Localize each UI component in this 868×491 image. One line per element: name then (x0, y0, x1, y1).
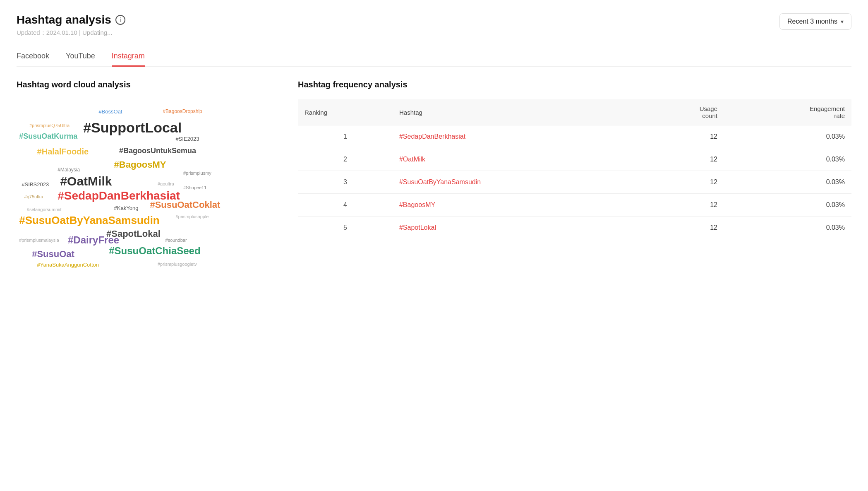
cell-engagement-rate: 0.03% (724, 194, 851, 217)
cloud-word: #prismplusmalaysia (19, 238, 59, 243)
col-hashtag: Hashtag (393, 99, 642, 125)
cloud-word: #SIBS2023 (22, 181, 49, 188)
tab-instagram[interactable]: Instagram (112, 52, 145, 67)
cell-rank: 5 (298, 217, 393, 239)
cell-rank: 4 (298, 194, 393, 217)
updated-text: Updated：2024.01.10 | Updating... (17, 29, 125, 37)
title-row: Hashtag analysis i (17, 13, 125, 26)
cloud-word: #BagoosUntukSemua (119, 147, 196, 156)
cell-usage-count: 12 (642, 148, 724, 171)
table-row: 4 #BagoosMY 12 0.03% (298, 194, 851, 217)
cell-hashtag[interactable]: #SedapDanBerkhasiat (393, 125, 642, 148)
table-row: 2 #OatMilk 12 0.03% (298, 148, 851, 171)
cell-rank: 2 (298, 148, 393, 171)
cell-hashtag[interactable]: #SusuOatByYanaSamsudin (393, 171, 642, 194)
cloud-word: #soundbar (165, 238, 187, 243)
cloud-word: #prismplusgoogletv (158, 262, 197, 267)
cloud-word: #goultra (158, 181, 174, 187)
page-title: Hashtag analysis (17, 13, 111, 26)
cloud-word: #BossOat (98, 108, 122, 115)
main-content: Hashtag word cloud analysis #prismplusQ7… (17, 80, 851, 282)
table-header-row: Ranking Hashtag Usagecount Engagementrat… (298, 99, 851, 125)
cloud-word: #selangorsummit (27, 207, 62, 212)
word-cloud-panel: Hashtag word cloud analysis #prismplusQ7… (17, 80, 273, 282)
tab-youtube[interactable]: YouTube (66, 52, 95, 67)
cloud-word: #prismplusQ75Ultra (29, 123, 70, 128)
word-cloud-title: Hashtag word cloud analysis (17, 80, 273, 89)
cloud-word: #SIE2023 (175, 136, 199, 142)
cloud-word: #SusuOatCoklat (150, 200, 220, 210)
cell-engagement-rate: 0.03% (724, 148, 851, 171)
page-header: Hashtag analysis i Updated：2024.01.10 | … (17, 13, 851, 48)
cell-engagement-rate: 0.03% (724, 125, 851, 148)
freq-table-title: Hashtag frequency analysis (298, 80, 851, 89)
cloud-word: #prismplusmy (183, 171, 211, 176)
cloud-word: #SusuOatChiaSeed (109, 245, 200, 257)
cell-engagement-rate: 0.03% (724, 171, 851, 194)
cloud-word: #q75ultra (24, 194, 43, 200)
cloud-word: #SupportLocal (83, 119, 182, 136)
cell-rank: 1 (298, 125, 393, 148)
chevron-down-icon: ▾ (841, 18, 844, 25)
cell-hashtag[interactable]: #OatMilk (393, 148, 642, 171)
tab-bar: Facebook YouTube Instagram (17, 52, 851, 67)
cloud-word: #Shopee11 (183, 185, 206, 190)
cloud-word: #prismplusripple (175, 214, 209, 219)
tab-facebook[interactable]: Facebook (17, 52, 49, 67)
word-cloud: #prismplusQ75Ultra#BossOat#BagoosDropshi… (17, 99, 273, 282)
col-usage-count: Usagecount (642, 99, 724, 125)
date-filter-button[interactable]: Recent 3 months ▾ (779, 13, 851, 30)
cell-usage-count: 12 (642, 194, 724, 217)
cloud-word: #DairyFree (68, 234, 119, 246)
cell-hashtag[interactable]: #SapotLokal (393, 217, 642, 239)
freq-table-panel: Hashtag frequency analysis Ranking Hasht… (298, 80, 851, 282)
cloud-word: #KakYong (114, 205, 139, 212)
cell-usage-count: 12 (642, 125, 724, 148)
table-row: 5 #SapotLokal 12 0.03% (298, 217, 851, 239)
cloud-word: #HalalFoodie (37, 147, 89, 156)
cell-rank: 3 (298, 171, 393, 194)
col-engagement-rate: Engagementrate (724, 99, 851, 125)
cell-usage-count: 12 (642, 171, 724, 194)
cloud-word: #SusuOatByYanaSamsudin (19, 214, 160, 227)
table-row: 1 #SedapDanBerkhasiat 12 0.03% (298, 125, 851, 148)
cell-hashtag[interactable]: #BagoosMY (393, 194, 642, 217)
cloud-word: #SusuOatKurma (19, 132, 77, 141)
cloud-word: #BagoosMY (114, 159, 166, 170)
table-row: 3 #SusuOatByYanaSamsudin 12 0.03% (298, 171, 851, 194)
cloud-word: #Malaysia (58, 167, 80, 173)
cloud-word: #BagoosDropship (163, 108, 202, 114)
cloud-word: #OatMilk (60, 174, 112, 189)
cell-engagement-rate: 0.03% (724, 217, 851, 239)
info-icon[interactable]: i (115, 15, 125, 25)
cloud-word: #YanaSukaAnggunCotton (37, 262, 99, 268)
date-filter-label: Recent 3 months (787, 18, 837, 25)
frequency-table: Ranking Hashtag Usagecount Engagementrat… (298, 99, 851, 239)
cell-usage-count: 12 (642, 217, 724, 239)
cloud-word: #SusuOat (32, 249, 74, 260)
col-ranking: Ranking (298, 99, 393, 125)
